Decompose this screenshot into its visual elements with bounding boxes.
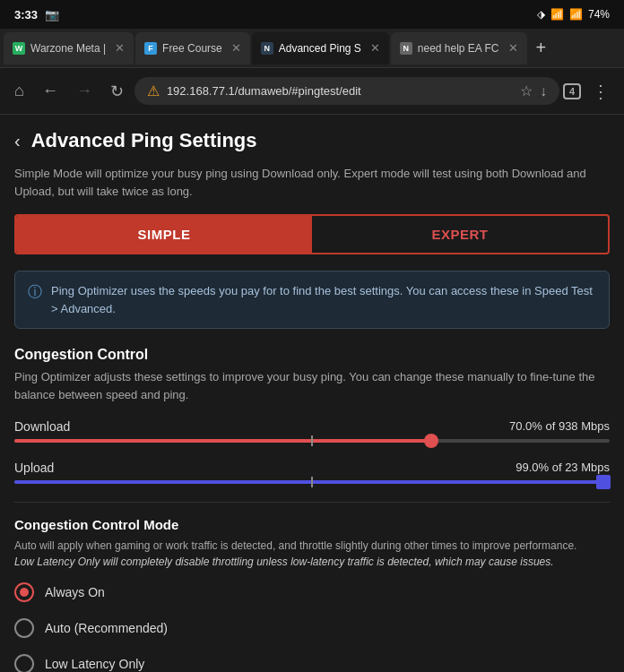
download-label: Download — [14, 419, 70, 434]
radio-always-on[interactable]: Always On — [14, 582, 610, 602]
info-icon: ⓘ — [28, 283, 42, 302]
tab-favicon-warzone: W — [13, 42, 25, 55]
download-slider-track[interactable] — [14, 439, 610, 443]
tab-expert[interactable]: EXPERT — [312, 216, 608, 253]
time: 3:33 — [14, 8, 38, 22]
ccm-title: Congestion Control Mode — [14, 517, 610, 532]
upload-center-mark — [311, 477, 313, 487]
radio-label-always-on: Always On — [45, 585, 105, 599]
wifi-icon: 📶 — [550, 8, 564, 21]
status-bar: 3:33 📷 ⬗ 📶 📶 74% — [0, 0, 624, 29]
tab-needhelp[interactable]: N need help EA FC ✕ — [391, 32, 527, 65]
info-text: Ping Optimizer uses the speeds you pay f… — [51, 282, 596, 317]
tab-favicon-needhelp: N — [400, 42, 412, 55]
tab-close-advancedping[interactable]: ✕ — [370, 41, 380, 55]
warning-icon: ⚠ — [147, 82, 160, 99]
tab-freecourse[interactable]: F Free Course ✕ — [135, 32, 250, 65]
congestion-control-desc: Ping Optimizer adjusts these settings to… — [14, 368, 610, 403]
tab-label-warzone: Warzone Meta | — [30, 42, 106, 55]
radio-auto[interactable]: Auto (Recommended) — [14, 618, 610, 638]
tab-label-freecourse: Free Course — [162, 42, 222, 55]
congestion-control-section: Congestion Control Ping Optimizer adjust… — [14, 347, 610, 484]
radio-circle-auto — [14, 618, 34, 638]
signal-icon: 📶 — [569, 8, 583, 21]
ccm-desc: Auto will apply when gaming or work traf… — [14, 538, 610, 570]
upload-label-row: Upload 99.0% of 23 Mbps — [14, 461, 610, 475]
download-center-mark — [311, 435, 313, 446]
info-box: ⓘ Ping Optimizer uses the speeds you pay… — [14, 271, 610, 329]
upload-slider-track[interactable] — [14, 480, 610, 484]
back-button[interactable]: ← — [35, 76, 65, 106]
section-divider-1 — [14, 502, 610, 503]
radio-label-auto: Auto (Recommended) — [45, 621, 168, 635]
tab-simple[interactable]: SIMPLE — [16, 216, 312, 253]
tab-close-needhelp[interactable]: ✕ — [508, 41, 518, 55]
tab-label-needhelp: need help EA FC — [418, 42, 499, 55]
ccm-desc-low: Low Latency Only will completely disable… — [14, 556, 554, 568]
congestion-mode-section: Congestion Control Mode Auto will apply … — [14, 517, 610, 672]
download-slider-row: Download 70.0% of 938 Mbps — [14, 419, 610, 443]
browser-menu-button[interactable]: ⋮ — [585, 77, 617, 106]
forward-button[interactable]: → — [69, 76, 100, 106]
reload-button[interactable]: ↻ — [103, 76, 131, 107]
status-right: ⬗ 📶 📶 74% — [537, 8, 610, 21]
upload-slider-fill — [14, 480, 603, 484]
tab-favicon-advancedping: N — [261, 42, 273, 55]
page-back-button[interactable]: ‹ — [14, 131, 21, 151]
mode-tabs: SIMPLE EXPERT — [14, 214, 610, 254]
bluetooth-icon: ⬗ — [537, 8, 545, 21]
tab-count-badge[interactable]: 4 — [563, 83, 581, 99]
page-content: ‹ Advanced Ping Settings Simple Mode wil… — [0, 115, 624, 672]
upload-value: 99.0% of 23 Mbps — [516, 461, 610, 475]
bookmark-icon[interactable]: ☆ — [520, 82, 533, 99]
download-slider-thumb[interactable] — [424, 434, 438, 448]
radio-circle-low-latency — [14, 654, 34, 672]
home-button[interactable]: ⌂ — [7, 76, 31, 106]
instagram-icon: 📷 — [45, 8, 59, 22]
upload-label: Upload — [14, 461, 54, 475]
status-left: 3:33 📷 — [14, 8, 59, 22]
download-value: 70.0% of 938 Mbps — [509, 419, 610, 434]
address-input-wrap[interactable]: ⚠ 192.168.77.1/dumaweb/#pingtest/edit ☆ … — [134, 77, 559, 105]
tab-close-warzone[interactable]: ✕ — [115, 41, 125, 55]
congestion-control-title: Congestion Control — [14, 347, 610, 363]
new-tab-button[interactable]: + — [529, 38, 554, 58]
tab-expert-label: EXPERT — [431, 227, 488, 242]
battery: 74% — [588, 8, 610, 21]
tab-advancedping[interactable]: N Advanced Ping S ✕ — [252, 32, 389, 65]
page-header: ‹ Advanced Ping Settings — [14, 129, 610, 152]
page-description: Simple Mode will optimize your busy ping… — [14, 165, 610, 200]
radio-label-low-latency: Low Latency Only — [45, 657, 144, 671]
upload-slider-thumb[interactable] — [596, 475, 611, 489]
radio-low-latency[interactable]: Low Latency Only — [14, 654, 610, 672]
download-icon[interactable]: ↓ — [540, 83, 547, 99]
page-title: Advanced Ping Settings — [31, 129, 257, 152]
tab-favicon-freecourse: F — [144, 42, 157, 55]
radio-dot-always-on — [20, 588, 29, 597]
download-label-row: Download 70.0% of 938 Mbps — [14, 419, 610, 434]
tab-label-advancedping: Advanced Ping S — [279, 42, 361, 55]
upload-slider-row: Upload 99.0% of 23 Mbps — [14, 461, 610, 484]
address-bar: ⌂ ← → ↻ ⚠ 192.168.77.1/dumaweb/#pingtest… — [0, 68, 624, 115]
download-slider-fill — [14, 439, 431, 443]
address-text: 192.168.77.1/dumaweb/#pingtest/edit — [167, 84, 513, 98]
tab-warzone[interactable]: W Warzone Meta | ✕ — [4, 32, 134, 65]
ccm-desc-auto: Auto will apply when gaming or work traf… — [14, 539, 576, 552]
radio-circle-always-on — [14, 582, 34, 602]
tab-simple-label: SIMPLE — [138, 227, 191, 242]
tab-bar: W Warzone Meta | ✕ F Free Course ✕ N Adv… — [0, 29, 624, 68]
tab-close-freecourse[interactable]: ✕ — [231, 41, 241, 55]
